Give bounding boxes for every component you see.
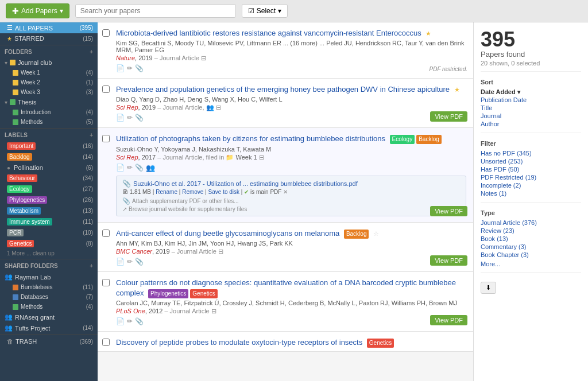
sidebar-item-rayman-lab[interactable]: 👥 Rayman Lab [0, 271, 98, 282]
paper-star-4[interactable]: ☆ [373, 230, 379, 237]
extra-icon-3[interactable]: 👥 [146, 164, 155, 172]
edit-icon-2[interactable]: ✏ [127, 114, 133, 122]
paper-actions-4: 📄 ✏ 📎 [116, 258, 466, 266]
paper-checkbox-3[interactable] [102, 135, 110, 142]
pdf-save-3[interactable]: Save to disk [208, 189, 239, 195]
attach-icon-2[interactable]: 📎 [135, 114, 144, 122]
sidebar-item-trash[interactable]: 🗑 TRASH (369) [0, 336, 98, 347]
filter-no-pdf[interactable]: Has no PDF (345) [481, 149, 581, 157]
sidebar-item-ecology[interactable]: Ecology (27) [0, 184, 98, 195]
sidebar-item-week3[interactable]: Week 3 (3) [0, 87, 98, 97]
filter-pdf-restricted[interactable]: PDF Restricted (19) [481, 173, 581, 181]
search-input[interactable] [75, 4, 236, 18]
paper-title-2[interactable]: Prevalence and population genetics of th… [116, 84, 466, 95]
export-button[interactable]: ⬇ [481, 282, 496, 294]
attach-icon-4[interactable]: 📎 [135, 258, 144, 266]
paper-checkbox-2[interactable] [102, 85, 110, 93]
add-shared-folder-icon[interactable]: + [90, 263, 93, 269]
pdf-unset-3[interactable]: ✕ [283, 189, 288, 195]
sort-publication-date[interactable]: Publication Date [481, 96, 581, 104]
paper-title-1[interactable]: Microbiota-derived lantibiotic restores … [116, 28, 466, 38]
sidebar-item-thesis[interactable]: ▾ Thesis [0, 97, 98, 107]
view-pdf-button-4[interactable]: View PDF [430, 255, 467, 266]
sort-title[interactable]: Title [481, 104, 581, 112]
pdf-file-name-3[interactable]: Suzuki-Ohno et al. 2017 - Utilization of… [133, 180, 358, 187]
type-review[interactable]: Review (23) [481, 227, 581, 235]
add-folder-icon[interactable]: + [90, 49, 93, 55]
file-icon-4[interactable]: 📄 [116, 258, 125, 266]
paper-star-2[interactable]: ★ [454, 86, 460, 93]
type-commentary[interactable]: Commentary (3) [481, 243, 581, 251]
sidebar-item-pollination[interactable]: ● Pollination (6) [0, 162, 98, 173]
type-book-chapter[interactable]: Book Chapter (3) [481, 251, 581, 259]
select-button[interactable]: ☑ Select ▾ [242, 4, 288, 18]
sort-journal[interactable]: Journal [481, 112, 581, 120]
shared-methods-count: (4) [86, 304, 93, 310]
pollination-count: (6) [86, 165, 93, 171]
paper-checkbox-5[interactable] [102, 279, 110, 286]
paper-checkbox-6[interactable] [102, 339, 110, 346]
sidebar-item-behaviour[interactable]: Behaviour (34) [0, 173, 98, 184]
sidebar-item-rnaseq[interactable]: 👥 RNAseq grant [0, 312, 98, 322]
more-types-link[interactable]: More... [481, 261, 581, 267]
sort-author[interactable]: Author [481, 120, 581, 128]
sort-date-added[interactable]: Date Added ▾ [481, 88, 581, 96]
sidebar-item-immune[interactable]: Immune system (11) [0, 216, 98, 227]
edit-icon-1[interactable]: ✏ [127, 64, 133, 72]
paper-title-5[interactable]: Colour patterns do not diagnose species:… [116, 278, 466, 298]
sidebar-item-phylogenetics[interactable]: Phylogenetics (26) [0, 195, 98, 205]
sidebar-item-shared-methods[interactable]: Methods (4) [0, 302, 98, 312]
view-pdf-button-2[interactable]: View PDF [430, 111, 467, 122]
sidebar-item-intro[interactable]: Introduction (4) [0, 107, 98, 117]
paper-title-3[interactable]: Utilization of photographs taken by citi… [116, 134, 466, 144]
sidebar-item-genetics[interactable]: Genetics (8) [0, 238, 98, 249]
edit-icon-5[interactable]: ✏ [127, 317, 133, 325]
sidebar-item-tufts[interactable]: 👥 Tufts Project (14) [0, 322, 98, 333]
add-label-icon[interactable]: + [90, 132, 93, 138]
filter-notes[interactable]: Notes (1) [481, 189, 581, 197]
file-icon-3[interactable]: 📄 [116, 164, 125, 172]
filter-has-pdf[interactable]: Has PDF (50) [481, 165, 581, 173]
sidebar-item-databases[interactable]: Databases (7) [0, 292, 98, 302]
type-journal-article[interactable]: Journal Article (376) [481, 219, 581, 227]
file-icon-1[interactable]: 📄 [116, 64, 125, 72]
edit-icon-3[interactable]: ✏ [127, 164, 133, 172]
attach-supp-link-3[interactable]: Attach supplementary PDF or other files.… [132, 198, 239, 204]
paper-checkbox-1[interactable] [102, 29, 110, 37]
sidebar-item-metabolism[interactable]: Metabolism (13) [0, 205, 98, 216]
browse-journal-link-3[interactable]: Browse journal website for supplementary… [129, 206, 247, 212]
pdf-rename-3[interactable]: Rename [156, 189, 177, 195]
sidebar-item-week2[interactable]: Week 2 (1) [0, 77, 98, 87]
add-papers-button[interactable]: ✚ Add Papers ▾ [6, 3, 69, 18]
folder-shared-methods-icon [13, 304, 18, 310]
attach-icon-3[interactable]: 📎 [135, 164, 144, 172]
filter-unsorted[interactable]: Unsorted (253) [481, 157, 581, 165]
pdf-remove-3[interactable]: Remove [182, 189, 203, 195]
paper-star-1[interactable]: ★ [425, 30, 431, 37]
type-book[interactable]: Book (13) [481, 235, 581, 243]
paper-title-4[interactable]: Anti-cancer effect of dung beetle glycos… [116, 228, 466, 239]
file-icon-5[interactable]: 📄 [116, 317, 125, 325]
sidebar-item-pcr[interactable]: PCR (10) [0, 227, 98, 238]
sidebar-item-bumblebees[interactable]: Bumblebees (11) [0, 282, 98, 292]
paper-actions-1: 📄 ✏ 📎 [116, 64, 466, 72]
sidebar-item-journal-club[interactable]: ▾ Journal club [0, 57, 98, 68]
file-icon-2[interactable]: 📄 [116, 114, 125, 122]
sidebar-item-important[interactable]: Important (16) [0, 141, 98, 151]
sidebar-item-week1[interactable]: Week 1 (4) [0, 68, 98, 77]
paper-title-6[interactable]: Discovery of peptide probes to modulate … [116, 337, 466, 348]
sidebar-more-labels[interactable]: 1 More ... clean up [0, 249, 98, 258]
attach-icon-5[interactable]: 📎 [135, 317, 144, 325]
sidebar-item-backlog[interactable]: Backlog (14) [0, 151, 98, 162]
sidebar-item-all-papers[interactable]: ☰ ALL PAPERS (395) [0, 22, 98, 33]
paper-checkbox-4[interactable] [102, 230, 110, 237]
trash-label: TRASH [16, 338, 37, 345]
sort-date-added-label: Date Added [481, 88, 516, 95]
attach-icon-1[interactable]: 📎 [135, 64, 144, 72]
edit-icon-4[interactable]: ✏ [127, 258, 133, 266]
sidebar-item-starred[interactable]: ★ STARRED (15) [0, 33, 98, 44]
view-pdf-button-3[interactable]: View PDF [430, 206, 467, 216]
sidebar-item-methods[interactable]: Methods (5) [0, 117, 98, 127]
filter-incomplete[interactable]: Incomplete (2) [481, 181, 581, 189]
view-pdf-button-5[interactable]: View PDF [430, 315, 467, 325]
